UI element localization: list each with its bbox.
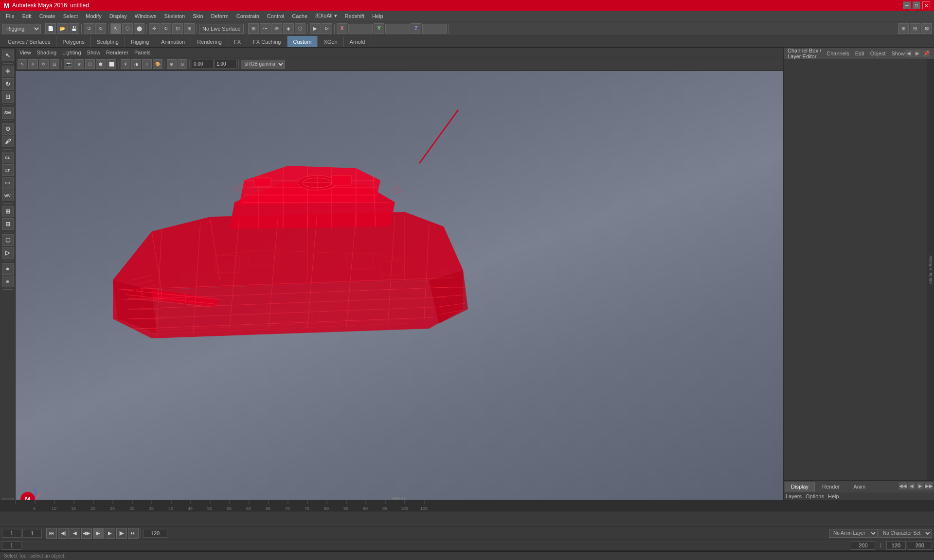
cluster-lt[interactable]: CL [2,152,14,163]
vp-select-btn[interactable]: ↖ [18,59,27,69]
paint-lt[interactable]: 🖌 [2,136,14,147]
paint-select-button[interactable]: ⬤ [134,23,144,34]
tool-settings-toggle[interactable]: ⊠ [921,23,932,34]
scale-tool-lt[interactable]: ⊡ [2,91,14,103]
no-live-surface-button[interactable]: No Live Surface [199,24,244,34]
vm-view[interactable]: View [18,50,33,55]
vm-lighting[interactable]: Lighting [60,50,83,55]
module-dropdown[interactable]: Rigging [2,24,41,34]
undo-button[interactable]: ↺ [84,23,94,34]
title-bar-controls[interactable]: ─ □ ✕ [903,1,930,9]
layer-scroll-right2[interactable]: ▶▶ [925,482,933,490]
layer-scroll-left2[interactable]: ◀ [908,482,916,490]
menu-skeleton[interactable]: Skeleton [160,12,189,20]
close-button[interactable]: ✕ [922,1,930,9]
layer-opt-options[interactable]: Options [806,493,824,499]
soft-mod-lt[interactable]: SM [2,107,14,119]
menu-select[interactable]: Select [59,12,82,20]
wave-lt[interactable]: WV [2,190,14,201]
display-lt[interactable]: ⊞ [2,206,14,217]
vp-move-btn[interactable]: ✛ [28,59,38,69]
snap-point-button[interactable]: ⊕ [271,23,282,34]
vp-smooth-btn[interactable]: ⬟ [96,59,106,69]
layer-opt-layers[interactable]: Layers [786,493,802,499]
menu-deform[interactable]: Deform [207,12,233,20]
redo-button[interactable]: ↻ [95,23,106,34]
viewport-3d[interactable]: persp x y z M [16,71,783,511]
move-tool-button[interactable]: ✛ [149,23,160,34]
shader-lt[interactable]: ⬡ [2,234,14,246]
tab-arnold[interactable]: Arnold [344,36,372,47]
tab-xgen[interactable]: XGen [318,36,343,47]
rp-render-tab[interactable]: Render [816,482,846,491]
tab-animation[interactable]: Animation [155,36,191,47]
misc-lt-2[interactable]: ⊗ [2,276,14,287]
layer-scroll-left[interactable]: ◀◀ [899,482,907,490]
tab-fx-caching[interactable]: FX Caching [247,36,287,47]
frame-start-field[interactable] [2,529,21,538]
save-file-button[interactable]: 💾 [69,23,79,34]
scale-tool-button[interactable]: ⊡ [172,23,183,34]
select-tool-lt[interactable]: ↖ [2,50,14,61]
prev-frame-button[interactable]: ◀ [70,528,80,539]
ipr-render-button[interactable]: ⊳ [322,23,332,34]
play-back-button[interactable]: ◀▶ [81,528,92,539]
skip-fwd-button[interactable]: ⏭ [128,528,139,539]
misc-lt-1[interactable]: ⊕ [2,263,14,275]
render-button[interactable]: ▶ [310,23,321,34]
timeline[interactable]: 5 10 15 20 25 30 35 40 45 50 5 [0,500,934,511]
next-frame-button[interactable]: ▶ [105,528,115,539]
move-tool-lt[interactable]: ✛ [2,66,14,77]
vm-renderer[interactable]: Renderer [104,50,130,55]
menu-skin[interactable]: Skin [189,12,207,20]
universal-tool-button[interactable]: ⊞ [184,23,195,34]
z-field[interactable] [422,24,447,34]
vm-show[interactable]: Show [85,50,103,55]
range-start-field[interactable] [2,541,21,550]
lattice-lt[interactable]: LT [2,164,14,176]
skip-back-button[interactable]: ⏮ [46,528,57,539]
vp-xray-btn[interactable]: ⊕ [167,59,177,69]
rp-anim-tab[interactable]: Anim [847,482,872,491]
rotate-tool-lt[interactable]: ↻ [2,78,14,90]
menu-edit[interactable]: Edit [18,12,36,20]
frame-range-max[interactable] [908,541,932,550]
range-end-field[interactable] [851,541,875,550]
frame-end-range[interactable] [886,541,906,550]
menu-constrain[interactable]: Constrain [233,12,263,20]
snap-curve-button[interactable]: 〜 [260,23,270,34]
menu-control[interactable]: Control [263,12,288,20]
x-field[interactable] [348,24,373,34]
tab-custom[interactable]: Custom [287,36,318,47]
menu-cache[interactable]: Cache [288,12,311,20]
menu-3dtool[interactable]: 3DtoAll ▾ [311,12,341,20]
menu-file[interactable]: File [2,12,18,20]
tab-curves-surfaces[interactable]: Curves / Surfaces [2,36,56,47]
bend-lt[interactable]: BD [2,177,14,189]
grid-lt[interactable]: ⊟ [2,218,14,230]
vp-color-btn[interactable]: 🎨 [153,59,162,69]
char-set-dropdown[interactable]: No Character Set [879,529,932,538]
render-lt[interactable]: ▷ [2,247,14,259]
menu-create[interactable]: Create [36,12,59,20]
frame-end-field[interactable] [143,529,167,538]
tab-rigging[interactable]: Rigging [125,36,155,47]
layer-opt-help[interactable]: Help [828,493,839,499]
new-file-button[interactable]: 📄 [45,23,56,34]
vp-ao-btn[interactable]: ○ [142,59,152,69]
play-forward-button[interactable]: ▶ [93,528,104,539]
vp-shadow-btn[interactable]: ◑ [131,59,141,69]
tab-sculpting[interactable]: Sculpting [91,36,125,47]
prev-key-button[interactable]: ◀| [58,528,69,539]
lasso-select-button[interactable]: ⬡ [122,23,133,34]
vm-panels[interactable]: Panels [132,50,153,55]
rp-display-tab[interactable]: Display [785,482,815,491]
rp-tab-show[interactable]: Show [891,51,905,56]
rp-scroll-up[interactable]: ◀ [905,50,913,57]
vp-camera-btn[interactable]: 📷 [64,59,73,69]
y-field[interactable] [385,24,410,34]
next-key-button[interactable]: |▶ [116,528,127,539]
vp-joint-btn[interactable]: ⊙ [178,59,187,69]
rp-tab-edit[interactable]: Edit [855,51,864,56]
snap-surface-button[interactable]: ⬡ [295,23,305,34]
